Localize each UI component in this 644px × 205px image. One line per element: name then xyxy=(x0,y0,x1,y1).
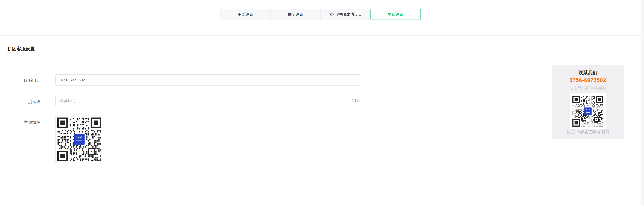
preview-caption: 长按二维码识别添加客服 xyxy=(552,129,624,135)
prompt-text-input[interactable] xyxy=(55,95,362,106)
page-header: 基础设置 拼团设置 支付/拼团成功设置 更多设置 xyxy=(0,0,641,35)
settings-tabbar: 基础设置 拼团设置 支付/拼团成功设置 更多设置 xyxy=(220,9,421,20)
tab-more-settings[interactable]: 更多设置 xyxy=(370,9,421,20)
preview-phone-number: 0756-6973502 xyxy=(552,77,624,83)
wechat-qr-image[interactable] xyxy=(55,116,103,163)
preview-qr-image xyxy=(570,93,606,129)
tab-basic-settings[interactable]: 基础设置 xyxy=(220,9,271,20)
contact-preview-panel: 联系我们 0756-6973502 点击号码可直接拨打 长按二维码识别添加客服 xyxy=(552,65,624,139)
tab-payment-success-settings[interactable]: 支付/拼团成功设置 xyxy=(320,9,371,20)
section-divider xyxy=(8,56,641,56)
preview-subtitle: 点击号码可直接拨打 xyxy=(552,85,624,91)
contact-phone-input[interactable] xyxy=(55,74,362,85)
vertical-scrollbar[interactable] xyxy=(641,0,644,205)
prompt-text-label: 提示语 xyxy=(0,99,40,104)
contact-phone-label: 联系电话 xyxy=(0,78,40,83)
tab-groupbuy-settings[interactable]: 拼团设置 xyxy=(270,9,321,20)
preview-title: 联系我们 xyxy=(552,69,624,76)
service-wechat-label: 客服微信 xyxy=(0,120,40,125)
section-title: 拼团客服设置 xyxy=(8,46,35,52)
settings-page: 基础设置 拼团设置 支付/拼团成功设置 更多设置 拼团客服设置 联系电话 提示语… xyxy=(0,0,641,205)
